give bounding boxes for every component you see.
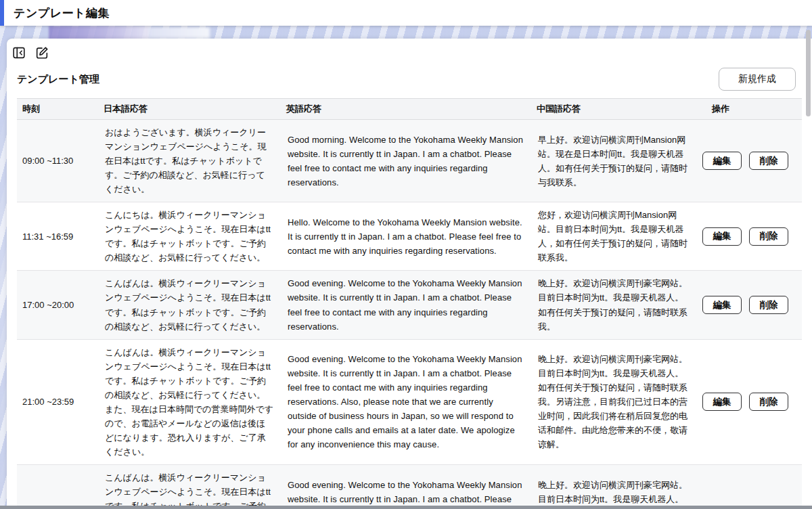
compose-button[interactable] — [32, 45, 51, 63]
actions-cell: 編集 削除 — [697, 464, 802, 506]
japanese-response-cell: こんばんは。横浜ウィークリーマンションウェブページへようこそ。現在日本はttです… — [98, 271, 281, 339]
time-cell: 21:00 ~23:59 — [17, 339, 98, 464]
delete-button[interactable]: 削除 — [749, 152, 788, 170]
edit-button[interactable]: 編集 — [702, 393, 742, 411]
scrollbar[interactable] — [806, 27, 811, 502]
delete-button[interactable]: 削除 — [749, 296, 788, 314]
actions-cell: 編集 削除 — [697, 339, 802, 464]
japanese-response-cell: こんばんは。横浜ウィークリーマンションウェブページへようこそ。現在日本はttです… — [98, 464, 281, 506]
time-cell: 11:31 ~16:59 — [17, 202, 98, 271]
window-bottom-edge — [0, 506, 812, 509]
template-table-body: 09:00 ~11:30 おはようございます。横浜ウィークリーマンションウェブペ… — [17, 120, 802, 506]
collapse-panel-button[interactable] — [9, 45, 28, 63]
chinese-response-cell: 晚上好。欢迎访问横滨周刊豪宅网站。目前日本时间为tt。我是聊天机器人。如有任何关… — [531, 464, 697, 506]
column-header-japanese: 日本語応答 — [98, 99, 281, 120]
edit-button[interactable]: 編集 — [702, 227, 742, 246]
scrollbar-thumb[interactable] — [806, 30, 811, 116]
column-header-actions: 操作 — [697, 99, 802, 120]
actions-cell: 編集 削除 — [697, 120, 802, 202]
time-cell: 17:00 ~20:00 — [17, 271, 98, 339]
table-row: 11:31 ~16:59 こんにちは。横浜ウィークリーマンションウェブページへよ… — [17, 202, 802, 271]
column-header-english: 英語応答 — [281, 99, 531, 120]
english-response-cell: Good evening. Welcome to the Yokohama We… — [281, 464, 531, 506]
chinese-response-cell: 晚上好。欢迎访问横滨周刊豪宅网站。目前日本时间为tt。我是聊天机器人。如有任何关… — [531, 339, 697, 464]
section-title: テンプレート管理 — [17, 73, 99, 86]
delete-button[interactable]: 削除 — [749, 393, 788, 411]
content-panel: テンプレート管理 新規作成 時刻 日本語応答 英語応答 中国語応答 操作 09:… — [7, 39, 812, 506]
english-response-cell: Good morning. Welcome to the Yokohama We… — [281, 120, 531, 202]
table-row: 21:00 ~23:59 こんばんは。横浜ウィークリーマンションウェブページへよ… — [17, 339, 802, 464]
japanese-response-cell: おはようございます。横浜ウィークリーマンションウェブページへようこそ。現在日本は… — [98, 120, 281, 202]
chinese-response-cell: 您好，欢迎访问横滨周刊Mansion网站。目前日本时间为tt。我是聊天机器人，如… — [531, 202, 697, 271]
time-cell: 00:00 ~05:00 — [17, 464, 98, 506]
delete-button[interactable]: 削除 — [749, 227, 788, 246]
time-cell: 09:00 ~11:30 — [17, 120, 98, 202]
actions-cell: 編集 削除 — [697, 202, 802, 271]
actions-wrap: 編集 削除 — [702, 152, 795, 170]
english-response-cell: Good evening. Welcome to the Yokohama We… — [281, 271, 531, 339]
actions-wrap: 編集 削除 — [702, 393, 795, 411]
actions-wrap: 編集 削除 — [702, 227, 795, 246]
compose-icon — [35, 45, 49, 62]
japanese-response-cell: こんにちは。横浜ウィークリーマンションウェブページへようこそ。現在日本はttです… — [98, 202, 281, 271]
section-header: テンプレート管理 新規作成 — [7, 63, 812, 98]
table-row: 00:00 ~05:00 こんばんは。横浜ウィークリーマンションウェブページへよ… — [17, 464, 802, 506]
table-row: 17:00 ~20:00 こんばんは。横浜ウィークリーマンションウェブページへよ… — [17, 271, 802, 339]
background-image-fragment-2 — [149, 27, 210, 39]
column-header-chinese: 中国語応答 — [531, 99, 697, 120]
column-header-time: 時刻 — [17, 99, 98, 120]
chinese-response-cell: 晚上好。欢迎访问横滨周刊豪宅网站。目前日本时间为tt。我是聊天机器人。如有任何关… — [531, 271, 697, 339]
table-row: 09:00 ~11:30 おはようございます。横浜ウィークリーマンションウェブペ… — [17, 120, 802, 202]
edit-button[interactable]: 編集 — [702, 296, 742, 314]
page-title: テンプレート編集 — [14, 5, 110, 21]
create-new-button[interactable]: 新規作成 — [719, 68, 796, 91]
table-header-row: 時刻 日本語応答 英語応答 中国語応答 操作 — [17, 99, 802, 120]
header-accent-bar — [0, 0, 4, 26]
edit-button[interactable]: 編集 — [702, 152, 742, 170]
actions-cell: 編集 削除 — [697, 271, 802, 339]
template-table: 時刻 日本語応答 英語応答 中国語応答 操作 09:00 ~11:30 おはよう… — [17, 98, 802, 506]
background-image-fragment — [49, 26, 150, 40]
english-response-cell: Good evening. Welcome to the Yokohama We… — [281, 339, 531, 464]
chinese-response-cell: 早上好。欢迎访问横滨周刊Mansion网站。现在是日本时间tt。我是聊天机器人。… — [531, 120, 697, 202]
english-response-cell: Hello. Welcome to the Yokohama Weekly Ma… — [281, 202, 531, 271]
collapse-panel-icon — [12, 45, 26, 62]
japanese-response-cell: こんばんは。横浜ウィークリーマンションウェブページへようこそ。現在日本はttです… — [98, 339, 281, 464]
panel-toolbar — [7, 39, 812, 63]
top-header-bar: テンプレート編集 — [0, 0, 812, 26]
actions-wrap: 編集 削除 — [702, 296, 795, 314]
